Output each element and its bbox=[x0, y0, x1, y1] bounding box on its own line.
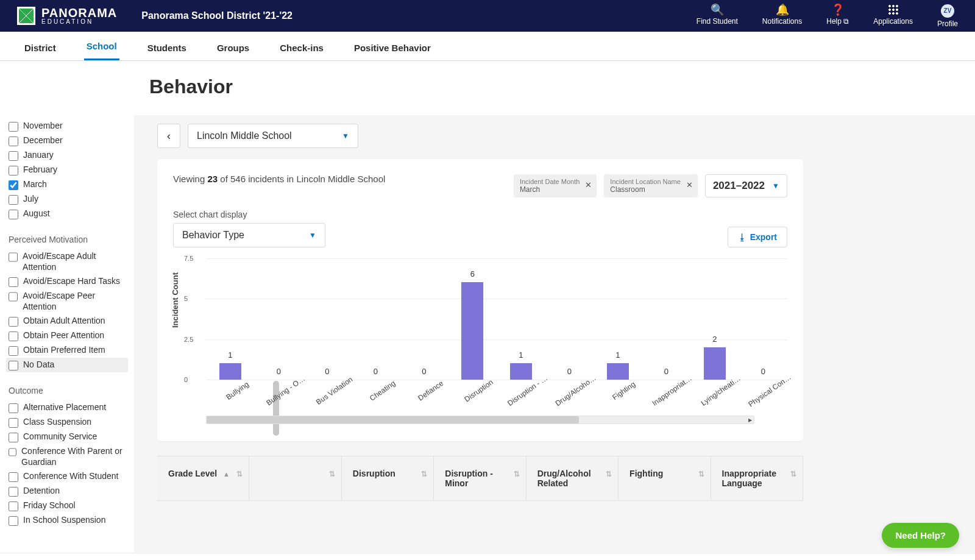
find-student-button[interactable]: 🔍 Find Student bbox=[697, 4, 738, 26]
chart-display-select[interactable]: Behavior Type ▼ bbox=[173, 223, 325, 247]
close-icon[interactable]: ✕ bbox=[585, 180, 592, 190]
table-column-header[interactable]: Fighting⇅ bbox=[619, 456, 711, 500]
year-range-select[interactable]: 2021–2022 ▼ bbox=[705, 174, 787, 197]
outcome-filter[interactable]: Community Service bbox=[6, 430, 128, 444]
table-column-header[interactable]: Disruption - Minor⇅ bbox=[434, 456, 526, 500]
checkbox[interactable] bbox=[9, 166, 18, 175]
month-filter[interactable]: March bbox=[6, 177, 128, 192]
month-filter[interactable]: February bbox=[6, 163, 128, 177]
checkbox[interactable] bbox=[9, 252, 18, 262]
checkbox[interactable] bbox=[9, 277, 18, 287]
back-button[interactable]: ‹ bbox=[157, 124, 180, 148]
motivation-filter[interactable]: Avoid/Escape Peer Attention bbox=[6, 289, 128, 314]
month-filter[interactable]: January bbox=[6, 148, 128, 163]
bar[interactable]: 1 bbox=[594, 258, 642, 380]
checkbox[interactable] bbox=[9, 136, 18, 146]
checkbox[interactable] bbox=[9, 516, 18, 526]
tab-positive-behavior[interactable]: Positive Behavior bbox=[352, 35, 433, 60]
applications-button[interactable]: Applications bbox=[873, 4, 913, 26]
bar[interactable]: 1 bbox=[497, 258, 545, 380]
sort-icon: ⇅ bbox=[514, 470, 520, 478]
month-filter[interactable]: July bbox=[6, 192, 128, 207]
filter-chip-location[interactable]: Incident Location Name Classroom ✕ bbox=[604, 174, 698, 197]
tab-district[interactable]: District bbox=[22, 35, 58, 60]
checkbox[interactable] bbox=[9, 502, 18, 511]
table-column-header[interactable]: Disruption⇅ bbox=[342, 456, 434, 500]
question-icon: ❓ bbox=[831, 4, 845, 15]
checkbox[interactable] bbox=[9, 447, 16, 457]
checkbox[interactable] bbox=[9, 403, 18, 413]
scroll-right-icon[interactable]: ▶ bbox=[746, 416, 754, 424]
bar[interactable]: 0 bbox=[255, 258, 303, 380]
brand-logo[interactable]: PANORAMA EDUCATION bbox=[17, 7, 117, 25]
tab-students[interactable]: Students bbox=[145, 35, 189, 60]
export-button[interactable]: ⭳ Export bbox=[728, 227, 787, 247]
school-select[interactable]: Lincoln Middle School ▼ bbox=[188, 124, 358, 148]
bar[interactable]: 6 bbox=[448, 258, 497, 380]
need-help-button[interactable]: Need Help? bbox=[882, 523, 959, 548]
checkbox[interactable] bbox=[9, 433, 18, 442]
checkbox[interactable] bbox=[9, 195, 18, 205]
tab-groups[interactable]: Groups bbox=[214, 35, 252, 60]
checkbox[interactable] bbox=[9, 361, 18, 370]
outcome-filter[interactable]: Conference With Parent or Guardian bbox=[6, 444, 128, 469]
checkbox[interactable] bbox=[9, 180, 18, 190]
bar[interactable]: 0 bbox=[352, 258, 400, 380]
main-area: ‹ Lincoln Middle School ▼ Viewing 23 of … bbox=[134, 115, 975, 537]
motivation-filter[interactable]: Avoid/Escape Hard Tasks bbox=[6, 274, 128, 289]
motivation-filter[interactable]: No Data bbox=[6, 358, 128, 372]
chart-scrollbar[interactable]: ◀ ▶ bbox=[206, 416, 754, 424]
checkbox[interactable] bbox=[9, 472, 18, 482]
month-filter[interactable]: November bbox=[6, 119, 128, 133]
chart-select-label: Select chart display bbox=[173, 210, 325, 219]
tab-checkins[interactable]: Check-ins bbox=[277, 35, 326, 60]
outcome-filter[interactable]: Conference With Student bbox=[6, 469, 128, 484]
outcome-filter[interactable]: Alternative Placement bbox=[6, 400, 128, 415]
outcome-filter[interactable]: Class Suspension bbox=[6, 415, 128, 430]
table-column-header[interactable]: ⇅ bbox=[249, 456, 341, 500]
table-column-header[interactable]: Drug/Alcohol Related⇅ bbox=[526, 456, 619, 500]
checkbox[interactable] bbox=[9, 418, 18, 428]
tab-school[interactable]: School bbox=[84, 34, 119, 60]
checkbox[interactable] bbox=[9, 151, 18, 161]
bar[interactable]: 0 bbox=[545, 258, 594, 380]
checkbox[interactable] bbox=[9, 122, 18, 132]
motivation-filter[interactable]: Obtain Adult Attention bbox=[6, 314, 128, 328]
motivation-filter[interactable]: Avoid/Escape Adult Attention bbox=[6, 249, 128, 274]
motivation-filter[interactable]: Obtain Peer Attention bbox=[6, 328, 128, 343]
checkbox[interactable] bbox=[9, 292, 18, 302]
bar[interactable]: 1 bbox=[206, 258, 255, 380]
bar[interactable]: 2 bbox=[690, 258, 739, 380]
y-axis-label: Incident Count bbox=[171, 272, 180, 328]
table-column-header[interactable]: Inappropriate Language⇅ bbox=[711, 456, 803, 500]
sort-icon: ⇅ bbox=[236, 470, 243, 478]
bar-value: 0 bbox=[325, 367, 329, 376]
motivation-filter[interactable]: Obtain Preferred Item bbox=[6, 343, 128, 358]
chart-controls: Select chart display Behavior Type ▼ ⭳ E… bbox=[173, 210, 787, 247]
outcome-filter[interactable]: Detention bbox=[6, 484, 128, 498]
checkbox[interactable] bbox=[9, 317, 18, 327]
behavior-panel: Viewing 23 of 546 incidents in Lincoln M… bbox=[157, 159, 803, 441]
notifications-button[interactable]: 🔔 Notifications bbox=[762, 4, 802, 26]
bar[interactable]: 0 bbox=[642, 258, 691, 380]
checkbox[interactable] bbox=[9, 331, 18, 341]
outcome-filter[interactable]: In School Suspension bbox=[6, 513, 128, 528]
help-button[interactable]: ❓ Help ⧉ bbox=[826, 4, 849, 26]
profile-button[interactable]: ZV Profile bbox=[937, 4, 958, 28]
bar[interactable]: 0 bbox=[400, 258, 448, 380]
scrollbar-thumb[interactable] bbox=[207, 416, 579, 424]
month-filter[interactable]: December bbox=[6, 133, 128, 148]
filter-chip-month[interactable]: Incident Date Month March ✕ bbox=[514, 174, 597, 197]
content: NovemberDecemberJanuaryFebruaryMarchJuly… bbox=[0, 115, 975, 554]
checkbox[interactable] bbox=[9, 487, 18, 497]
bar[interactable]: 0 bbox=[303, 258, 352, 380]
close-icon[interactable]: ✕ bbox=[686, 180, 693, 190]
outcome-filter[interactable]: Friday School bbox=[6, 498, 128, 513]
month-filter[interactable]: August bbox=[6, 207, 128, 221]
checkbox[interactable] bbox=[9, 346, 18, 356]
table-column-header[interactable]: Grade Level ▲⇅ bbox=[157, 456, 249, 500]
checkbox[interactable] bbox=[9, 210, 18, 219]
bar[interactable]: 0 bbox=[739, 258, 788, 380]
bar-value: 0 bbox=[761, 367, 765, 376]
page-title: Behavior bbox=[0, 61, 975, 115]
